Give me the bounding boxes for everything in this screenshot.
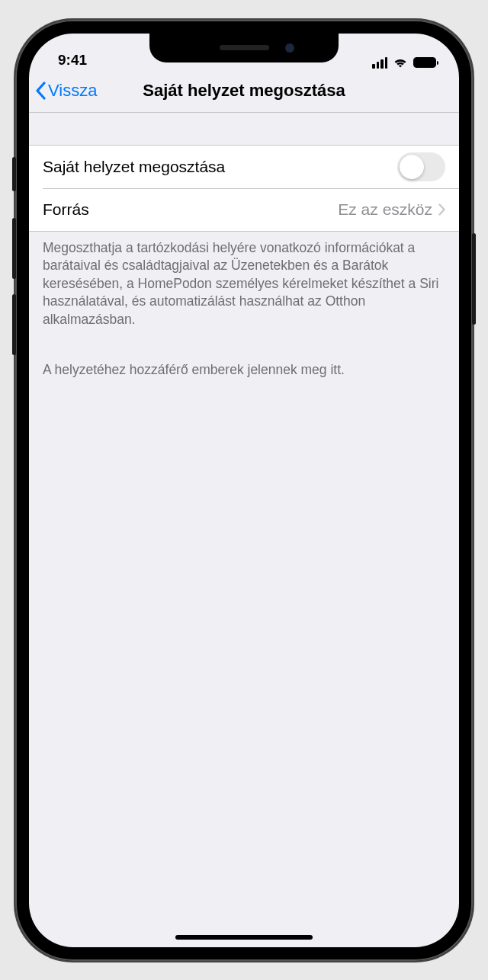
back-button[interactable]: Vissza [35,81,97,101]
side-button [12,218,16,279]
toggle-knob [400,155,424,179]
source-row[interactable]: Forrás Ez az eszköz [43,188,459,231]
footer-description: Megoszthatja a tartózkodási helyére vona… [29,232,459,337]
back-label: Vissza [48,81,97,101]
status-indicators [372,57,436,69]
source-value: Ez az eszköz [338,200,432,219]
phone-frame: 9:41 Vissza Saját helyzet megosztása [15,20,473,961]
share-location-row: Saját helyzet megosztása [29,146,459,188]
source-value-wrap: Ez az eszköz [338,200,445,219]
wifi-icon [393,57,408,69]
share-location-label: Saját helyzet megosztása [43,158,225,176]
side-button [472,233,476,325]
cellular-icon [372,57,387,69]
speaker [220,45,269,50]
footer-note: A helyzetéhez hozzáférő emberek jelennek… [29,354,459,387]
chevron-right-icon [438,203,445,216]
notch [149,34,339,62]
screen: 9:41 Vissza Saját helyzet megosztása [29,34,459,947]
nav-bar: Vissza Saját helyzet megosztása [29,70,459,113]
side-button [12,157,16,191]
source-label: Forrás [43,200,89,219]
status-time: 9:41 [58,52,87,69]
home-indicator[interactable] [175,935,313,940]
share-location-toggle[interactable] [397,152,445,181]
settings-list: Saját helyzet megosztása Forrás Ez az es… [29,145,459,232]
camera [285,43,294,53]
page-title: Saját helyzet megosztása [143,81,345,101]
side-button [12,294,16,355]
battery-icon [413,57,436,68]
chevron-left-icon [35,82,46,100]
